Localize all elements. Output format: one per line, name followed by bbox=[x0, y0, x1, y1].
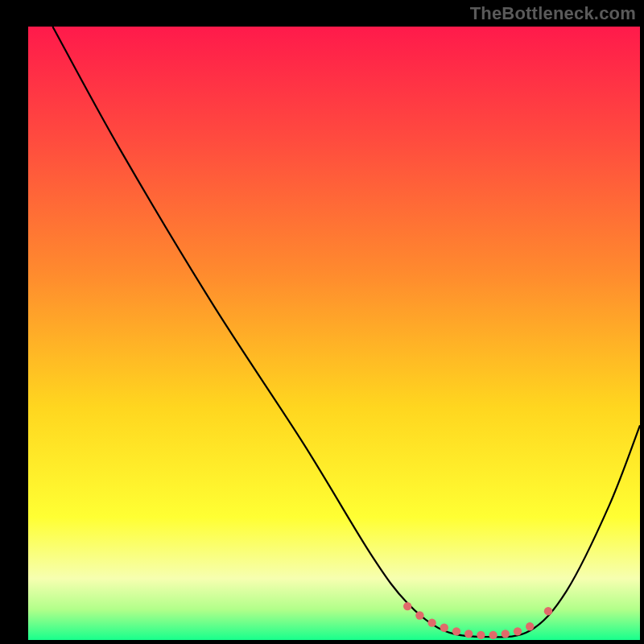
valley-marker bbox=[415, 611, 423, 619]
chart-container: TheBottleneck.com bbox=[0, 0, 644, 644]
valley-marker bbox=[489, 631, 497, 639]
valley-marker bbox=[403, 602, 411, 610]
plot-background bbox=[28, 27, 640, 640]
valley-marker bbox=[477, 631, 485, 639]
valley-marker bbox=[526, 622, 534, 630]
valley-marker bbox=[544, 607, 552, 615]
valley-marker bbox=[440, 624, 448, 632]
valley-marker bbox=[464, 630, 473, 638]
valley-marker bbox=[514, 627, 522, 635]
valley-marker bbox=[427, 618, 436, 626]
watermark-text: TheBottleneck.com bbox=[470, 3, 636, 24]
valley-marker bbox=[452, 627, 460, 635]
valley-marker bbox=[502, 630, 510, 638]
bottleneck-chart bbox=[0, 0, 644, 644]
